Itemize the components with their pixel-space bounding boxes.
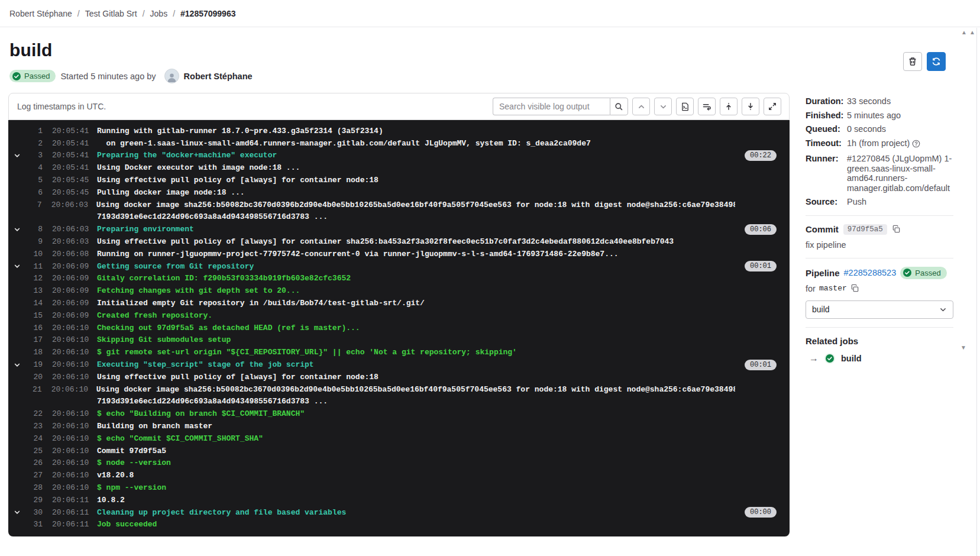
log-line-number[interactable]: 29: [26, 496, 43, 505]
log-line-number[interactable]: 22: [26, 409, 43, 418]
section-duration-badge[interactable]: 00:01: [745, 360, 777, 370]
log-line-number[interactable]: 25: [26, 447, 43, 455]
log-row: 620:05:45Pulling docker image node:18 ..…: [8, 186, 790, 199]
log-row: 2320:06:10Building on branch master: [8, 420, 790, 432]
log-line-number[interactable]: 14: [26, 299, 43, 308]
scroll-up-indicator-icon[interactable]: ▲: [969, 30, 975, 35]
log-timestamp: 20:06:10: [52, 447, 90, 455]
log-line-number[interactable]: 19: [26, 360, 43, 369]
log-line-number[interactable]: 20: [26, 373, 43, 382]
log-line-number[interactable]: 6: [26, 188, 43, 197]
log-line-text: Using docker image sha256:b50082bc3670d0…: [96, 385, 735, 394]
log-line-text: 10.8.2: [97, 496, 125, 505]
section-collapse-icon[interactable]: [8, 509, 26, 516]
section-collapse-icon[interactable]: [8, 361, 26, 368]
copy-commit-sha-button[interactable]: [892, 225, 901, 234]
section-duration-badge[interactable]: 00:22: [745, 150, 777, 161]
log-timestamp: 20:06:11: [52, 520, 90, 529]
scroll-up-indicator-icon[interactable]: ▲: [961, 30, 967, 35]
log-search-button[interactable]: [610, 98, 628, 115]
erase-job-log-button[interactable]: [903, 52, 922, 71]
log-line-number[interactable]: 1: [26, 127, 43, 135]
check-circle-icon: [12, 72, 21, 81]
log-timestamp: 20:06:10: [52, 360, 90, 369]
previous-match-button[interactable]: [632, 98, 650, 115]
copy-ref-button[interactable]: [850, 284, 859, 293]
log-line-number[interactable]: 7: [25, 201, 42, 209]
log-row: 7193d391e6ec1d224d96c693a8a4d94349855671…: [8, 211, 790, 224]
stage-dropdown[interactable]: build: [806, 300, 953, 319]
commit-sha-link[interactable]: 97d9f5a5: [843, 224, 887, 235]
log-line-number[interactable]: 30: [26, 508, 43, 517]
log-section-header[interactable]: Executing "step_script" stage of the job…: [97, 360, 314, 369]
log-line-number[interactable]: 26: [26, 458, 43, 467]
log-line-number[interactable]: 31: [26, 520, 43, 529]
help-icon[interactable]: [912, 140, 920, 150]
wrap-lines-button[interactable]: [698, 98, 716, 115]
log-line-number[interactable]: 21: [25, 385, 42, 394]
avatar[interactable]: [164, 69, 179, 83]
log-line-number[interactable]: 28: [26, 483, 43, 492]
log-row: 1120:06:09Getting source from Git reposi…: [8, 260, 790, 273]
section-duration-badge[interactable]: 00:01: [745, 261, 777, 271]
scroll-top-icon: [725, 102, 733, 111]
breadcrumb-project-link[interactable]: Test Gitlab Srt: [85, 9, 137, 18]
log-line-number[interactable]: 15: [26, 311, 43, 320]
scroll-down-indicator-icon[interactable]: ▼: [960, 345, 966, 351]
job-status-badge[interactable]: Passed: [9, 70, 56, 82]
section-duration-badge[interactable]: 00:06: [745, 224, 777, 235]
section-collapse-icon[interactable]: [8, 263, 26, 270]
log-line-text: Created fresh repository.: [97, 311, 212, 320]
pipeline-status-badge[interactable]: Passed: [900, 267, 946, 279]
log-timestamp: 20:06:11: [52, 496, 90, 505]
log-section-header[interactable]: Cleaning up project directory and file b…: [97, 508, 346, 517]
log-line-number[interactable]: 24: [26, 434, 43, 443]
sidebar-divider: [806, 258, 953, 258]
copy-icon: [892, 225, 901, 234]
retry-job-button[interactable]: [927, 52, 946, 71]
show-raw-button[interactable]: [676, 98, 694, 115]
log-row: 2520:06:10Commit 97d9f5a5: [8, 445, 790, 457]
log-line-number[interactable]: 10: [26, 250, 43, 258]
log-line-number[interactable]: 5: [26, 176, 43, 185]
log-line-number[interactable]: 13: [26, 286, 43, 295]
log-line-number[interactable]: 2: [26, 139, 43, 148]
log-line-number[interactable]: 9: [26, 237, 43, 246]
sidebar-divider: [806, 327, 953, 328]
log-section-header[interactable]: Preparing the "docker+machine" executor: [97, 151, 277, 160]
queued-value: 0 seconds: [847, 124, 953, 134]
section-collapse-icon[interactable]: [8, 226, 26, 233]
fullscreen-button[interactable]: [764, 98, 781, 115]
log-section-header[interactable]: Getting source from Git repository: [97, 262, 254, 271]
log-line-number[interactable]: 16: [26, 324, 43, 332]
related-job-item[interactable]: → build: [806, 353, 953, 364]
log-line-number[interactable]: 12: [26, 274, 43, 283]
pipeline-id-link[interactable]: #2285288523: [844, 268, 897, 277]
section-collapse-icon[interactable]: [8, 152, 26, 159]
log-line-number[interactable]: 11: [26, 262, 43, 271]
log-section-header[interactable]: Preparing environment: [97, 225, 194, 234]
log-line-number[interactable]: 27: [26, 471, 43, 480]
log-row: 2820:06:10$ npm --version: [8, 481, 790, 494]
log-line-number[interactable]: 4: [26, 163, 43, 172]
next-match-button[interactable]: [654, 98, 672, 115]
scroll-to-top-button[interactable]: [720, 98, 738, 115]
related-job-link[interactable]: build: [841, 354, 862, 363]
log-line-text: Checking out 97d9f5a5 as detached HEAD (…: [97, 324, 360, 332]
author-link[interactable]: Robert Stéphane: [184, 72, 253, 81]
section-duration-badge[interactable]: 00:00: [745, 507, 777, 518]
log-line-number[interactable]: 18: [26, 348, 43, 357]
pipeline-ref[interactable]: master: [819, 284, 847, 293]
log-line-number[interactable]: 23: [26, 422, 43, 431]
chevron-down-icon: [939, 306, 947, 313]
log-search-input[interactable]: [493, 98, 610, 115]
log-line-number[interactable]: 3: [26, 151, 43, 160]
log-line-text: Using Docker executor with image node:18…: [97, 163, 300, 172]
sidebar-divider: [806, 215, 953, 216]
log-line-number[interactable]: 8: [26, 225, 43, 234]
breadcrumb-user-link[interactable]: Robert Stéphane: [9, 9, 72, 18]
breadcrumb-jobs-link[interactable]: Jobs: [150, 9, 168, 18]
log-line-text: $ node --version: [97, 458, 171, 467]
scroll-to-bottom-button[interactable]: [742, 98, 759, 115]
log-line-number[interactable]: 17: [26, 335, 43, 344]
